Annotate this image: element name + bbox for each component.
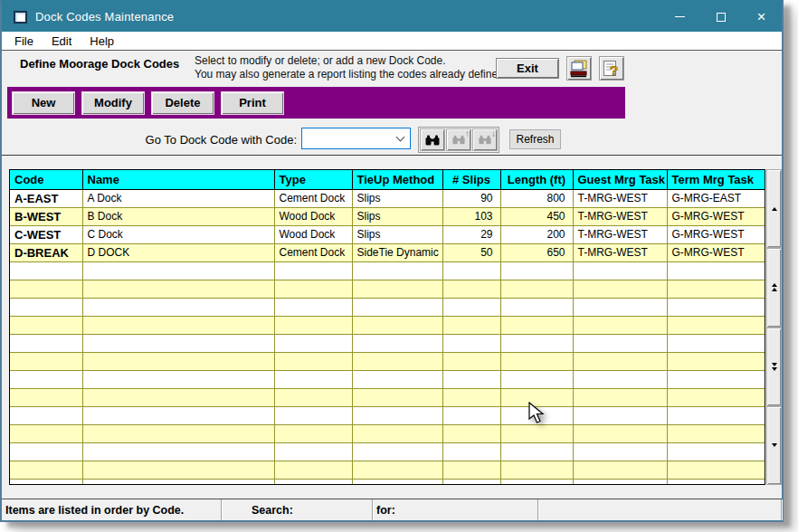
table-row-empty bbox=[10, 280, 765, 298]
cell-term-mrg-task bbox=[667, 370, 765, 388]
cell-length-ft bbox=[500, 370, 573, 388]
cell-name: D DOCK bbox=[82, 243, 274, 261]
minimize-button[interactable] bbox=[660, 2, 700, 32]
cell-type bbox=[274, 334, 352, 352]
double-up-triangle-icon bbox=[772, 283, 777, 291]
dock-code-combobox[interactable] bbox=[301, 128, 411, 149]
table-row-empty bbox=[10, 298, 765, 316]
cell-length-ft bbox=[500, 461, 573, 479]
instruction-line-1: Select to modify or delete; or add a new… bbox=[195, 54, 445, 67]
find-next-button[interactable]: ↓ bbox=[472, 128, 498, 151]
help-button[interactable]: ? bbox=[599, 56, 624, 81]
find-button-group: ↑ ↓ bbox=[418, 127, 499, 153]
cell-slips bbox=[442, 298, 500, 316]
refresh-button[interactable]: Refresh bbox=[509, 129, 561, 149]
cell-term-mrg-task bbox=[667, 461, 765, 479]
cell-type bbox=[274, 388, 352, 406]
column-header-length-ft: Length (ft) bbox=[500, 170, 573, 189]
print-report-icon bbox=[569, 60, 589, 78]
chevron-down-icon bbox=[396, 132, 405, 141]
cell-guest-mrg-task bbox=[573, 352, 667, 370]
cell-length-ft: 200 bbox=[500, 225, 573, 243]
cell-type bbox=[274, 352, 352, 370]
cell-tieup-method bbox=[352, 352, 442, 370]
menu-bar: FileEditHelp bbox=[2, 32, 782, 51]
cell-term-mrg-task: G-MRG-WEST bbox=[667, 207, 765, 225]
cell-term-mrg-task bbox=[667, 479, 765, 485]
close-button[interactable]: × bbox=[741, 2, 782, 32]
cell-slips bbox=[442, 461, 500, 479]
cell-slips: 103 bbox=[442, 207, 500, 225]
cell-tieup-method bbox=[352, 406, 442, 424]
table-row-empty bbox=[10, 316, 765, 334]
cell-slips bbox=[442, 316, 500, 334]
binoculars-icon bbox=[425, 135, 440, 146]
cell-tieup-method bbox=[352, 298, 442, 316]
find-button[interactable] bbox=[420, 128, 445, 151]
cell-guest-mrg-task bbox=[573, 461, 667, 479]
cell-guest-mrg-task bbox=[573, 334, 667, 352]
cell-name bbox=[82, 388, 274, 406]
column-header-guest-mrg-task: Guest Mrg Task bbox=[573, 170, 667, 189]
table-row-b-west[interactable]: B-WESTB DockWood DockSlips103450T-MRG-WE… bbox=[10, 207, 765, 225]
cell-tieup-method bbox=[352, 370, 442, 388]
binoculars-up-icon bbox=[452, 135, 465, 145]
table-row-empty bbox=[10, 424, 765, 442]
scroll-double-down-button[interactable] bbox=[766, 328, 782, 406]
column-header-tieup-method: TieUp Method bbox=[352, 170, 442, 189]
cell-type: Wood Dock bbox=[274, 207, 352, 225]
table-row-c-west[interactable]: C-WESTC DockWood DockSlips29200T-MRG-WES… bbox=[10, 225, 765, 243]
cell-name bbox=[82, 352, 274, 370]
table-row-d-break[interactable]: D-BREAKD DOCKCement DockSideTie Dynamic5… bbox=[10, 243, 765, 261]
cell-code bbox=[10, 442, 82, 461]
table-row-empty bbox=[10, 388, 765, 406]
cell-length-ft bbox=[500, 298, 573, 316]
cell-name: B Dock bbox=[82, 207, 274, 225]
cell-name bbox=[82, 316, 274, 334]
cell-name bbox=[82, 298, 274, 316]
toolbar-button-new[interactable]: New bbox=[12, 91, 75, 115]
single-up-triangle-icon bbox=[772, 207, 777, 211]
cell-slips: 50 bbox=[442, 243, 500, 261]
cell-name bbox=[82, 442, 274, 461]
toolbar-button-print[interactable]: Print bbox=[221, 91, 284, 115]
exit-button[interactable]: Exit bbox=[496, 58, 559, 79]
arrow-up-icon: ↑ bbox=[465, 128, 470, 138]
cell-code bbox=[10, 316, 82, 334]
toolbar-button-delete[interactable]: Delete bbox=[151, 91, 214, 115]
menu-item-file[interactable]: File bbox=[5, 33, 43, 50]
menu-item-help[interactable]: Help bbox=[81, 33, 123, 50]
divider bbox=[2, 155, 782, 156]
cell-type bbox=[274, 261, 352, 280]
scroll-single-down-button[interactable] bbox=[766, 406, 782, 485]
double-down-triangle-icon bbox=[772, 363, 777, 371]
status-for-label: for: bbox=[373, 499, 538, 520]
toolbar-button-modify[interactable]: Modify bbox=[81, 91, 145, 115]
cell-term-mrg-task bbox=[667, 298, 765, 316]
maximize-button[interactable] bbox=[700, 2, 741, 32]
scroll-double-up-button[interactable] bbox=[766, 248, 782, 327]
cell-slips bbox=[442, 334, 500, 352]
cell-type bbox=[274, 298, 352, 316]
column-header-term-mrg-task: Term Mrg Task bbox=[667, 170, 765, 189]
menu-item-edit[interactable]: Edit bbox=[43, 33, 81, 50]
cell-tieup-method bbox=[352, 424, 442, 442]
scroll-single-up-button[interactable] bbox=[766, 169, 782, 248]
cell-length-ft bbox=[500, 424, 573, 442]
cell-guest-mrg-task bbox=[573, 298, 667, 316]
cell-guest-mrg-task: T-MRG-WEST bbox=[573, 225, 667, 243]
print-report-button[interactable] bbox=[566, 56, 592, 81]
status-empty-section bbox=[538, 499, 782, 520]
find-previous-button[interactable]: ↑ bbox=[446, 128, 471, 151]
table-row-empty bbox=[10, 261, 765, 280]
table-row-a-east[interactable]: A-EASTA DockCement DockSlips90800T-MRG-W… bbox=[10, 189, 765, 207]
cell-code: A-EAST bbox=[10, 189, 82, 207]
cell-term-mrg-task: G-MRG-WEST bbox=[667, 243, 765, 261]
cell-code bbox=[10, 298, 82, 316]
cell-code: C-WEST bbox=[10, 225, 82, 243]
cell-length-ft bbox=[500, 334, 573, 352]
cell-length-ft: 650 bbox=[500, 243, 573, 261]
dock-table: CodeNameTypeTieUp Method# SlipsLength (f… bbox=[9, 169, 765, 485]
arrow-down-icon: ↓ bbox=[491, 128, 496, 138]
table-row-empty bbox=[10, 352, 765, 370]
